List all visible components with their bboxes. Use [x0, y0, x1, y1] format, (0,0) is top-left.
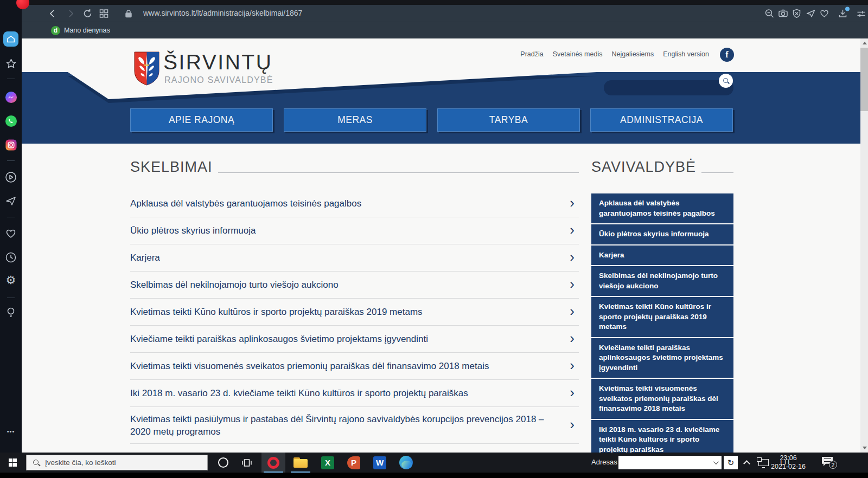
sidebar-link[interactable]: Ūkio plėtros skyrius informuoja — [591, 224, 733, 244]
announcement-row[interactable]: Apklausa dėl valstybės garantuojamos tei… — [130, 190, 579, 217]
snapshot-camera-icon[interactable] — [778, 8, 788, 18]
announcement-row[interactable]: Kviečiame teikti paraiškas aplinkosaugos… — [130, 326, 579, 353]
network-tray-icon[interactable] — [758, 459, 769, 466]
nav-administracija[interactable]: ADMINISTRACIJA — [590, 108, 733, 132]
nav-meras[interactable]: MERAS — [284, 108, 426, 132]
announcement-title: Apklausa dėl valstybės garantuojamos tei… — [130, 197, 394, 210]
task-view-button[interactable] — [238, 453, 256, 473]
sidebar-link[interactable]: Kvietimas teikti visuomenės sveikatos pr… — [591, 379, 733, 419]
scrollbar-up-icon[interactable] — [863, 42, 867, 44]
announcement-title: Skelbimas dėl nekilnojamojo turto viešoj… — [130, 279, 371, 291]
forward-icon[interactable] — [66, 9, 75, 18]
link-pradzia[interactable]: Pradžia — [520, 50, 543, 58]
notification-count-badge: 2 — [829, 461, 837, 469]
heart-speeddial-icon[interactable] — [0, 228, 22, 240]
zoom-out-icon[interactable] — [764, 8, 775, 18]
windows-logo-icon — [9, 458, 17, 467]
bookmark-mano-dienynas[interactable]: Mano dienynas — [64, 22, 110, 39]
chevron-right-icon: › — [570, 275, 575, 292]
address-bar-url[interactable]: www.sirvintos.lt/lt/administracija/skelb… — [143, 5, 302, 22]
site-search-button[interactable] — [719, 74, 733, 88]
sidebar-more-icon[interactable]: ••• — [0, 428, 22, 435]
instagram-icon[interactable] — [0, 139, 22, 151]
sidebar-link[interactable]: Kviečiame teikti paraiškas aplinkosaugos… — [591, 338, 733, 378]
address-toolbar-combobox[interactable] — [618, 456, 722, 469]
tray-show-hidden-icons[interactable] — [743, 460, 750, 467]
announcement-row[interactable]: Kvietimas teikti visuomenės sveikatos pr… — [130, 353, 579, 380]
link-svetaines-medis[interactable]: Svetainės medis — [553, 50, 603, 58]
back-icon[interactable] — [48, 9, 58, 18]
taskbar-search-box[interactable] — [26, 455, 208, 470]
link-english-version[interactable]: English version — [663, 50, 709, 58]
sidebar-link[interactable]: Skelbimas dėl nekilnojamojo turto viešoj… — [591, 266, 733, 296]
favorites-heart-icon[interactable] — [819, 8, 829, 18]
facebook-icon[interactable]: f — [720, 48, 734, 62]
tips-bulb-icon[interactable] — [0, 307, 22, 319]
announcement-row[interactable]: Ūkio plėtros skyrius informuoja› — [130, 217, 579, 244]
nav-apie-rajona[interactable]: APIE RAJONĄ — [130, 108, 273, 132]
player-icon[interactable] — [0, 171, 22, 183]
link-neigaliesiems[interactable]: Neįgaliesiems — [611, 50, 654, 58]
announcement-row[interactable]: Kvietimas teikti pasiūlymus ir pastabas … — [130, 407, 579, 444]
nav-taryba[interactable]: TARYBA — [437, 108, 580, 132]
search-magnifier-icon — [723, 78, 729, 83]
reload-icon[interactable] — [82, 8, 93, 18]
announcements-list: Apklausa dėl valstybės garantuojamos tei… — [130, 190, 579, 444]
sidebar-divider — [7, 79, 15, 79]
taskbar-file-explorer[interactable] — [289, 453, 312, 473]
settings-gear-icon[interactable]: ⚙ — [0, 275, 22, 286]
chevron-right-icon: › — [570, 384, 575, 401]
announcement-row[interactable]: Skelbimas dėl nekilnojamojo turto viešoj… — [130, 272, 579, 299]
taskbar-powerpoint[interactable]: P — [342, 453, 366, 473]
site-subtitle: RAJONO SAVIVALDYBĖ — [164, 75, 273, 85]
word-icon: W — [373, 456, 386, 469]
clock-date: 2021-02-16 — [771, 463, 806, 471]
taskbar-search-input[interactable] — [45, 458, 181, 467]
address-toolbar-input[interactable] — [622, 457, 709, 468]
announcement-title: Kvietimas teikti visuomenės sveikatos pr… — [130, 360, 521, 372]
chevron-right-icon: › — [570, 330, 575, 346]
browser-sidebar: ⚙ ••• — [0, 0, 22, 453]
bookmarks-star-icon[interactable] — [0, 58, 22, 69]
share-plane-icon[interactable] — [806, 8, 816, 18]
running-indicator — [291, 471, 310, 473]
sidebar-link[interactable]: Iki 2018 m. vasario 23 d. kviečiame teik… — [591, 420, 733, 453]
address-go-button[interactable]: ↻ — [724, 456, 738, 469]
site-search-input[interactable] — [610, 81, 716, 94]
taskbar-excel[interactable]: X — [316, 453, 340, 473]
announcement-row[interactable]: Iki 2018 m. vasario 23 d. kviečiame teik… — [130, 380, 579, 407]
workspace-home-icon[interactable] — [0, 31, 22, 47]
sidebar-link[interactable]: Karjera — [591, 246, 733, 266]
start-button[interactable] — [0, 453, 26, 473]
sidebar-link[interactable]: Apklausa dėl valstybės garantuojamos tei… — [591, 193, 733, 223]
taskbar-edge[interactable] — [394, 453, 418, 473]
heading-rule — [218, 172, 579, 173]
lock-icon[interactable] — [124, 9, 133, 18]
cortana-button[interactable] — [214, 453, 232, 473]
announcement-row[interactable]: Karjera› — [130, 244, 579, 272]
sidebar-link[interactable]: Kvietimas teikti Kūno kultūros ir sporto… — [591, 297, 733, 337]
sidebar-setup-sliders-icon[interactable] — [856, 8, 866, 18]
adblock-shield-icon[interactable] — [792, 8, 802, 18]
scrollbar-down-icon[interactable] — [863, 447, 867, 449]
taskbar-word[interactable]: W — [368, 453, 392, 473]
coat-of-arms-logo[interactable] — [134, 51, 159, 88]
bookmarks-bar: d Mano dienynas — [22, 22, 868, 38]
messenger-icon[interactable] — [0, 91, 22, 104]
combobox-dropdown-icon[interactable] — [713, 459, 719, 464]
opera-icon — [267, 457, 279, 469]
page-scrollbar[interactable] — [860, 38, 868, 453]
send-to-device-icon[interactable] — [0, 195, 22, 207]
whatsapp-icon[interactable] — [0, 115, 22, 127]
taskbar-opera[interactable] — [261, 453, 285, 473]
announcement-row[interactable]: Kvietimas teikti Kūno kultūros ir sporto… — [130, 299, 579, 326]
download-notification-dot — [845, 7, 850, 11]
downloads-icon[interactable] — [838, 8, 848, 18]
scrollbar-thumb[interactable] — [860, 48, 868, 111]
announcement-title: Kvietimas teikti Kūno kultūros ir sporto… — [130, 306, 455, 318]
taskbar-clock[interactable]: 23:06 2021-02-16 — [771, 454, 806, 471]
sidebar-divider — [7, 160, 15, 161]
speed-dial-tiles-icon[interactable] — [99, 9, 108, 18]
webpage-viewport: ŠIRVINTŲ RAJONO SAVIVALDYBĖ Pradžia Svet… — [22, 38, 868, 453]
history-clock-icon[interactable] — [0, 251, 22, 263]
